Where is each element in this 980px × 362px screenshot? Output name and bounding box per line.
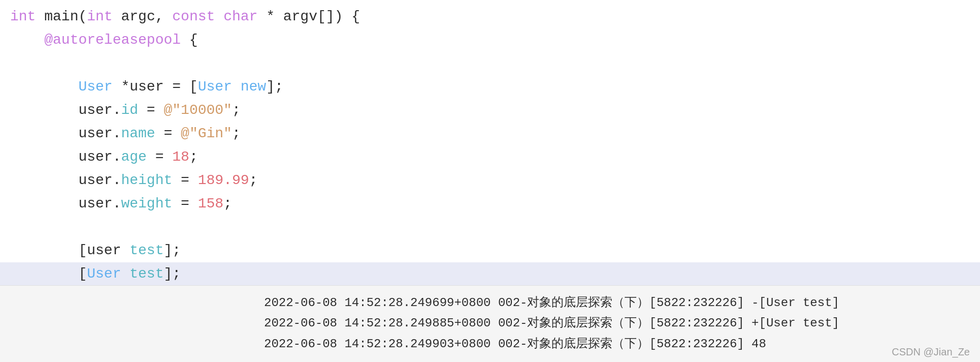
code-line-9: user.weight = 158; — [0, 192, 980, 216]
code-line-6: user.name = @"Gin"; — [0, 122, 980, 145]
watermark: CSDN @Jian_Ze — [892, 346, 970, 358]
code-line-5: user.id = @"10000"; — [0, 99, 980, 122]
output-line-1: 2022-06-08 14:52:28.249699+0800 002-对象的底… — [264, 293, 970, 314]
output-panel: 2022-06-08 14:52:28.249699+0800 002-对象的底… — [0, 285, 980, 362]
code-line-11: [user test]; — [0, 239, 980, 262]
code-line-3 — [0, 52, 980, 75]
code-line-10 — [0, 216, 980, 239]
code-line-4: User *user = [User new]; — [0, 75, 980, 99]
code-line-7: user.age = 18; — [0, 145, 980, 169]
code-line-8: user.height = 189.99; — [0, 169, 980, 192]
code-editor: int main(int argc, const char * argv[]) … — [0, 0, 980, 285]
code-line-1: int main(int argc, const char * argv[]) … — [0, 5, 980, 28]
output-line-3: 2022-06-08 14:52:28.249903+0800 002-对象的底… — [264, 334, 970, 355]
code-line-2: @autoreleasepool { — [0, 28, 980, 52]
output-line-2: 2022-06-08 14:52:28.249885+0800 002-对象的底… — [264, 313, 970, 334]
code-line-12: [User test]; — [0, 262, 980, 285]
